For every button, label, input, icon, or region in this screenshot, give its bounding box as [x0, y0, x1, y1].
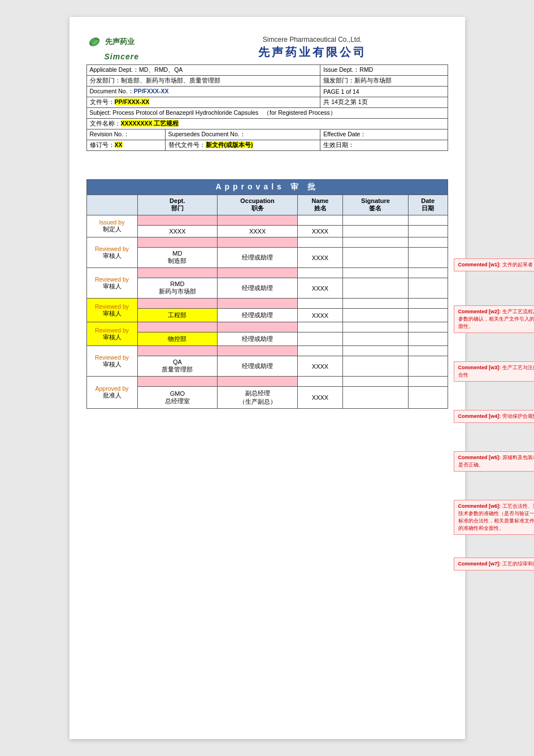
filename-value: XXXXXXXX 工艺规程: [121, 120, 179, 127]
pink-occ-2: [218, 237, 298, 248]
sig2-reviewed-md: [343, 248, 409, 268]
date2-reviewed-eng: [408, 309, 448, 322]
comments-area: Commented [w1]: 文件的起草者 Commented [w2]: 生…: [454, 224, 535, 574]
simcere-leaf-icon: [86, 34, 102, 50]
table-row: Reviewed by 审核人: [86, 299, 448, 309]
date-approved: [408, 377, 448, 387]
col-header-occupation: Occupation职务: [218, 195, 298, 215]
occ-approved: 副总经理（生产副总）: [218, 387, 298, 409]
company-name-cn: 先声药业有限公司: [177, 45, 448, 60]
approvals-table: Approvals 审 批 Dept.部门 Occupation职务 Name姓…: [86, 179, 448, 409]
table-row: GMO总经理室 副总经理（生产副总） XXXX: [86, 387, 448, 409]
name2-reviewed-rmd: XXXX: [297, 278, 342, 299]
occ-reviewed-qa: 经理或助理: [218, 356, 298, 377]
pink-occ-3: [218, 268, 298, 278]
issue-dept-cn: 颁发部门：新药与市场部: [320, 76, 448, 87]
name2-reviewed-md: XXXX: [297, 248, 342, 268]
occ-reviewed-eng: 经理或助理: [218, 309, 298, 322]
sig-reviewed-md: [343, 237, 409, 248]
pink-occ-5: [218, 322, 298, 332]
dept-reviewed-eng: 工程部: [137, 309, 218, 322]
sig-reviewed-rmd: [343, 268, 409, 278]
subject-row: Subject: Process Protocol of Benazepril …: [86, 108, 448, 119]
role-approved: Approved by 批准人: [86, 377, 137, 409]
role-reviewed-rmd: Reviewed by 审核人: [86, 268, 137, 299]
comment-w1: Commented [w1]: 文件的起草者: [454, 258, 535, 271]
col-header-name: Name姓名: [297, 195, 342, 215]
role-reviewed-qa: Reviewed by 审核人: [86, 346, 137, 377]
name2-reviewed-mat: [297, 332, 342, 346]
sig2-reviewed-rmd: [343, 278, 409, 299]
comment-w7-label: Commented [w7]:: [458, 561, 501, 567]
supersedes-row: 替代文件号：新文件(或版本号): [165, 140, 320, 151]
logo-en-text: Simcere: [86, 52, 139, 61]
comment-w4-label: Commented [w4]:: [458, 413, 501, 419]
sig2-reviewed-qa: [343, 356, 409, 377]
date2-issued: [408, 226, 448, 237]
effective-date-label: Effective Date：: [320, 129, 448, 140]
pink-dept-2: [137, 237, 218, 248]
date2-approved: [408, 387, 448, 409]
date2-reviewed-rmd: [408, 278, 448, 299]
pink-occ-6: [218, 346, 298, 356]
sig2-reviewed-mat: [343, 332, 409, 346]
company-name-en: Simcere Pharmaceutical Co.,Ltd.: [177, 36, 448, 44]
date-issued: [408, 215, 448, 226]
col-header-date: Date日期: [408, 195, 448, 215]
dept-reviewed-rmd: RMD新药与市场部: [137, 278, 218, 299]
col-header-role: [86, 195, 137, 215]
document-no-value: PP/FXXX-XX: [134, 88, 169, 94]
applicable-dept: Applicable Dept.：MD、RMD、QA: [86, 65, 320, 76]
file-no-value: PP/FXXX-XX: [115, 98, 150, 105]
approvals-title: Approvals 审 批: [86, 180, 448, 195]
date-reviewed-rmd: [408, 268, 448, 278]
role-issued-by: Issued by 制定人: [86, 215, 137, 237]
table-row: Issued by 制定人: [86, 215, 448, 226]
date-reviewed-eng: [408, 299, 448, 309]
sig-reviewed-mat: [343, 322, 409, 332]
file-no-row: 文件号：PP/FXXX-XX: [86, 97, 320, 108]
pink-dept-4: [137, 299, 218, 309]
dept-reviewed-md: MD制造部: [137, 248, 218, 268]
approvals-section: Approvals 审 批 Dept.部门 Occupation职务 Name姓…: [86, 179, 448, 409]
pink-occ-4: [218, 299, 298, 309]
revision-no-label: Revision No.：: [86, 129, 165, 140]
issue-dept: Issue Dept.：RMD: [320, 65, 448, 76]
sig2-reviewed-eng: [343, 309, 409, 322]
comment-w7-text: 工艺的综审和批准: [502, 561, 534, 567]
effective-date-row: 生效日期：: [320, 140, 448, 151]
comment-w5-label: Commented [w5]:: [458, 455, 501, 460]
comment-w2: Commented [w2]: 生产工艺流程及关键技术参数的确认，相关生产文件引…: [454, 305, 535, 333]
supersedes-label: Supersedes Document No.：: [165, 129, 320, 140]
name2-reviewed-qa: XXXX: [297, 356, 342, 377]
pink-occ-7: [218, 377, 298, 387]
dept-reviewed-mat: 物控部: [137, 332, 218, 346]
date2-reviewed-qa: [408, 356, 448, 377]
page-info-cn: 共 14页之第 1页: [320, 97, 448, 108]
date-reviewed-qa: [408, 346, 448, 356]
pink-dept-1: [137, 215, 218, 226]
revision-no-value: XX: [115, 141, 123, 148]
pink-dept-5: [137, 322, 218, 332]
col-header-signature: Signature签名: [343, 195, 409, 215]
name2-issued: XXXX: [297, 226, 342, 237]
table-row: Approved by 批准人: [86, 377, 448, 387]
comment-w5: Commented [w5]: 原辅料及包装材料的使用是否正确。: [454, 451, 535, 472]
comment-w1-text: 文件的起草者: [502, 262, 533, 267]
comment-w4: Commented [w4]: 劳动保护合规性确认。: [454, 410, 535, 423]
name-reviewed-rmd: [297, 268, 342, 278]
name-issued: [297, 215, 342, 226]
dept-approved: GMO总经理室: [137, 387, 218, 409]
pink-dept-7: [137, 377, 218, 387]
comment-w4-text: 劳动保护合规性确认。: [502, 413, 534, 419]
comment-w3-label: Commented [w3]:: [458, 365, 501, 370]
name-reviewed-md: [297, 237, 342, 248]
comment-w7: Commented [w7]: 工艺的综审和批准: [454, 558, 535, 571]
table-row: RMD新药与市场部 经理或助理 XXXX: [86, 278, 448, 299]
distribute-dept: 分发部门：制造部、新药与市场部、质量管理部: [86, 76, 320, 87]
role-reviewed-md: Reviewed by 审核人: [86, 237, 137, 268]
dept-issued: XXXX: [137, 226, 218, 237]
pink-occ-1: [218, 215, 298, 226]
date-reviewed-md: [408, 237, 448, 248]
pink-dept-6: [137, 346, 218, 356]
